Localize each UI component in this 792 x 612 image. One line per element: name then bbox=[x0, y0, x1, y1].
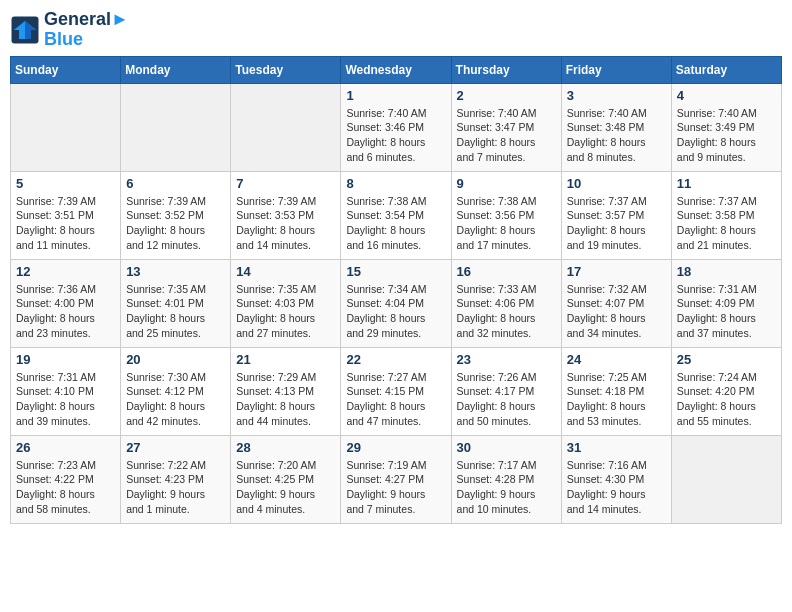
day-info: Sunrise: 7:25 AM Sunset: 4:18 PM Dayligh… bbox=[567, 370, 666, 429]
day-info: Sunrise: 7:35 AM Sunset: 4:03 PM Dayligh… bbox=[236, 282, 335, 341]
day-info: Sunrise: 7:19 AM Sunset: 4:27 PM Dayligh… bbox=[346, 458, 445, 517]
weekday-header-monday: Monday bbox=[121, 56, 231, 83]
calendar-cell: 2Sunrise: 7:40 AM Sunset: 3:47 PM Daylig… bbox=[451, 83, 561, 171]
day-info: Sunrise: 7:17 AM Sunset: 4:28 PM Dayligh… bbox=[457, 458, 556, 517]
day-number: 21 bbox=[236, 352, 335, 367]
calendar-cell: 5Sunrise: 7:39 AM Sunset: 3:51 PM Daylig… bbox=[11, 171, 121, 259]
day-number: 24 bbox=[567, 352, 666, 367]
weekday-header-tuesday: Tuesday bbox=[231, 56, 341, 83]
calendar-cell: 9Sunrise: 7:38 AM Sunset: 3:56 PM Daylig… bbox=[451, 171, 561, 259]
day-info: Sunrise: 7:35 AM Sunset: 4:01 PM Dayligh… bbox=[126, 282, 225, 341]
day-number: 29 bbox=[346, 440, 445, 455]
day-number: 12 bbox=[16, 264, 115, 279]
day-info: Sunrise: 7:24 AM Sunset: 4:20 PM Dayligh… bbox=[677, 370, 776, 429]
day-number: 13 bbox=[126, 264, 225, 279]
day-number: 17 bbox=[567, 264, 666, 279]
day-info: Sunrise: 7:39 AM Sunset: 3:51 PM Dayligh… bbox=[16, 194, 115, 253]
logo-icon bbox=[10, 15, 40, 45]
calendar-cell: 10Sunrise: 7:37 AM Sunset: 3:57 PM Dayli… bbox=[561, 171, 671, 259]
calendar-cell: 19Sunrise: 7:31 AM Sunset: 4:10 PM Dayli… bbox=[11, 347, 121, 435]
calendar-cell: 3Sunrise: 7:40 AM Sunset: 3:48 PM Daylig… bbox=[561, 83, 671, 171]
day-number: 22 bbox=[346, 352, 445, 367]
calendar-cell bbox=[121, 83, 231, 171]
weekday-header-saturday: Saturday bbox=[671, 56, 781, 83]
day-number: 30 bbox=[457, 440, 556, 455]
logo-text: General► Blue bbox=[44, 10, 129, 50]
calendar-cell: 30Sunrise: 7:17 AM Sunset: 4:28 PM Dayli… bbox=[451, 435, 561, 523]
calendar-cell: 12Sunrise: 7:36 AM Sunset: 4:00 PM Dayli… bbox=[11, 259, 121, 347]
day-number: 31 bbox=[567, 440, 666, 455]
day-info: Sunrise: 7:40 AM Sunset: 3:46 PM Dayligh… bbox=[346, 106, 445, 165]
day-number: 15 bbox=[346, 264, 445, 279]
day-number: 2 bbox=[457, 88, 556, 103]
calendar-cell: 11Sunrise: 7:37 AM Sunset: 3:58 PM Dayli… bbox=[671, 171, 781, 259]
day-info: Sunrise: 7:31 AM Sunset: 4:10 PM Dayligh… bbox=[16, 370, 115, 429]
weekday-header-wednesday: Wednesday bbox=[341, 56, 451, 83]
day-number: 4 bbox=[677, 88, 776, 103]
day-number: 28 bbox=[236, 440, 335, 455]
calendar-cell: 24Sunrise: 7:25 AM Sunset: 4:18 PM Dayli… bbox=[561, 347, 671, 435]
weekday-header-sunday: Sunday bbox=[11, 56, 121, 83]
day-info: Sunrise: 7:40 AM Sunset: 3:48 PM Dayligh… bbox=[567, 106, 666, 165]
day-number: 25 bbox=[677, 352, 776, 367]
calendar-cell: 14Sunrise: 7:35 AM Sunset: 4:03 PM Dayli… bbox=[231, 259, 341, 347]
day-number: 10 bbox=[567, 176, 666, 191]
page-header: General► Blue bbox=[10, 10, 782, 50]
day-number: 27 bbox=[126, 440, 225, 455]
day-info: Sunrise: 7:39 AM Sunset: 3:53 PM Dayligh… bbox=[236, 194, 335, 253]
day-info: Sunrise: 7:37 AM Sunset: 3:58 PM Dayligh… bbox=[677, 194, 776, 253]
week-row-4: 19Sunrise: 7:31 AM Sunset: 4:10 PM Dayli… bbox=[11, 347, 782, 435]
calendar-cell: 13Sunrise: 7:35 AM Sunset: 4:01 PM Dayli… bbox=[121, 259, 231, 347]
day-number: 16 bbox=[457, 264, 556, 279]
day-info: Sunrise: 7:33 AM Sunset: 4:06 PM Dayligh… bbox=[457, 282, 556, 341]
calendar-cell: 26Sunrise: 7:23 AM Sunset: 4:22 PM Dayli… bbox=[11, 435, 121, 523]
calendar-cell: 17Sunrise: 7:32 AM Sunset: 4:07 PM Dayli… bbox=[561, 259, 671, 347]
weekday-header-thursday: Thursday bbox=[451, 56, 561, 83]
calendar-cell: 31Sunrise: 7:16 AM Sunset: 4:30 PM Dayli… bbox=[561, 435, 671, 523]
calendar-cell: 7Sunrise: 7:39 AM Sunset: 3:53 PM Daylig… bbox=[231, 171, 341, 259]
day-number: 20 bbox=[126, 352, 225, 367]
day-info: Sunrise: 7:37 AM Sunset: 3:57 PM Dayligh… bbox=[567, 194, 666, 253]
day-number: 1 bbox=[346, 88, 445, 103]
day-info: Sunrise: 7:39 AM Sunset: 3:52 PM Dayligh… bbox=[126, 194, 225, 253]
calendar-cell: 1Sunrise: 7:40 AM Sunset: 3:46 PM Daylig… bbox=[341, 83, 451, 171]
day-number: 11 bbox=[677, 176, 776, 191]
day-info: Sunrise: 7:36 AM Sunset: 4:00 PM Dayligh… bbox=[16, 282, 115, 341]
day-number: 18 bbox=[677, 264, 776, 279]
day-info: Sunrise: 7:30 AM Sunset: 4:12 PM Dayligh… bbox=[126, 370, 225, 429]
day-info: Sunrise: 7:22 AM Sunset: 4:23 PM Dayligh… bbox=[126, 458, 225, 517]
weekday-header-row: SundayMondayTuesdayWednesdayThursdayFrid… bbox=[11, 56, 782, 83]
calendar-cell: 22Sunrise: 7:27 AM Sunset: 4:15 PM Dayli… bbox=[341, 347, 451, 435]
calendar-cell: 8Sunrise: 7:38 AM Sunset: 3:54 PM Daylig… bbox=[341, 171, 451, 259]
day-number: 14 bbox=[236, 264, 335, 279]
calendar-cell: 20Sunrise: 7:30 AM Sunset: 4:12 PM Dayli… bbox=[121, 347, 231, 435]
day-number: 6 bbox=[126, 176, 225, 191]
day-number: 26 bbox=[16, 440, 115, 455]
week-row-2: 5Sunrise: 7:39 AM Sunset: 3:51 PM Daylig… bbox=[11, 171, 782, 259]
week-row-5: 26Sunrise: 7:23 AM Sunset: 4:22 PM Dayli… bbox=[11, 435, 782, 523]
day-number: 9 bbox=[457, 176, 556, 191]
calendar-cell: 25Sunrise: 7:24 AM Sunset: 4:20 PM Dayli… bbox=[671, 347, 781, 435]
day-number: 8 bbox=[346, 176, 445, 191]
day-info: Sunrise: 7:29 AM Sunset: 4:13 PM Dayligh… bbox=[236, 370, 335, 429]
week-row-1: 1Sunrise: 7:40 AM Sunset: 3:46 PM Daylig… bbox=[11, 83, 782, 171]
day-info: Sunrise: 7:40 AM Sunset: 3:47 PM Dayligh… bbox=[457, 106, 556, 165]
logo: General► Blue bbox=[10, 10, 129, 50]
calendar-cell: 6Sunrise: 7:39 AM Sunset: 3:52 PM Daylig… bbox=[121, 171, 231, 259]
day-number: 5 bbox=[16, 176, 115, 191]
day-number: 7 bbox=[236, 176, 335, 191]
calendar-cell: 29Sunrise: 7:19 AM Sunset: 4:27 PM Dayli… bbox=[341, 435, 451, 523]
calendar-cell: 18Sunrise: 7:31 AM Sunset: 4:09 PM Dayli… bbox=[671, 259, 781, 347]
day-info: Sunrise: 7:34 AM Sunset: 4:04 PM Dayligh… bbox=[346, 282, 445, 341]
calendar-cell: 28Sunrise: 7:20 AM Sunset: 4:25 PM Dayli… bbox=[231, 435, 341, 523]
calendar-cell: 21Sunrise: 7:29 AM Sunset: 4:13 PM Dayli… bbox=[231, 347, 341, 435]
calendar-cell: 23Sunrise: 7:26 AM Sunset: 4:17 PM Dayli… bbox=[451, 347, 561, 435]
week-row-3: 12Sunrise: 7:36 AM Sunset: 4:00 PM Dayli… bbox=[11, 259, 782, 347]
day-info: Sunrise: 7:32 AM Sunset: 4:07 PM Dayligh… bbox=[567, 282, 666, 341]
day-number: 19 bbox=[16, 352, 115, 367]
day-info: Sunrise: 7:31 AM Sunset: 4:09 PM Dayligh… bbox=[677, 282, 776, 341]
day-info: Sunrise: 7:40 AM Sunset: 3:49 PM Dayligh… bbox=[677, 106, 776, 165]
calendar-cell bbox=[11, 83, 121, 171]
day-number: 23 bbox=[457, 352, 556, 367]
calendar-cell: 16Sunrise: 7:33 AM Sunset: 4:06 PM Dayli… bbox=[451, 259, 561, 347]
